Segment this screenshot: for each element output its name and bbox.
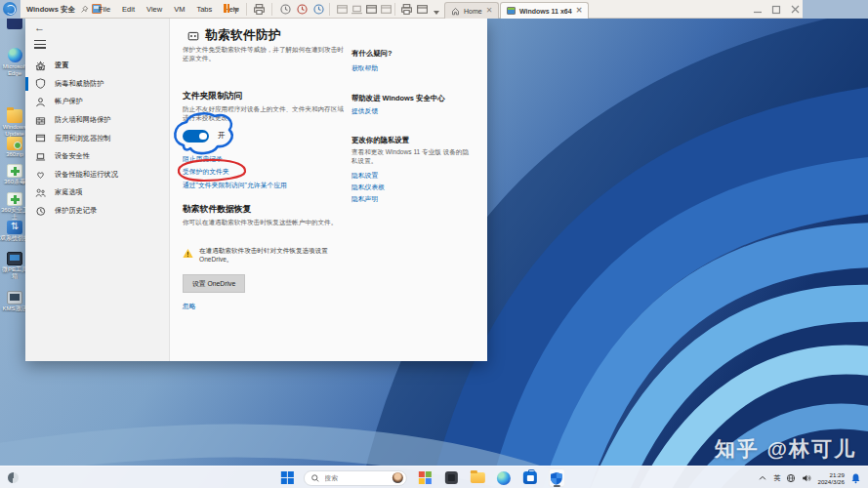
recovery-section-desc: 你可以在遭遇勒索软件攻击时恢复这些帐户中的文件。	[183, 218, 345, 226]
clock-time: 21:29	[817, 471, 845, 478]
dark-app-icon	[444, 471, 457, 484]
taskbar-store[interactable]	[521, 468, 538, 487]
menu-vm[interactable]: VM	[174, 5, 185, 14]
show-thumbnail-bar-icon[interactable]	[351, 3, 363, 16]
tv-icon	[7, 291, 22, 305]
app-icon	[7, 19, 22, 29]
taskbar-windows-security-active[interactable]	[548, 468, 564, 487]
privacy-settings-link[interactable]: 隐私设置	[351, 171, 378, 181]
search-highlight-avatar	[392, 472, 402, 483]
free-stretch-icon[interactable]	[400, 3, 413, 16]
zhihu-watermark: 知乎 @林可儿	[715, 435, 856, 463]
windows-security-shield-icon	[550, 471, 563, 485]
cfa-toggle-row: 开	[183, 130, 226, 142]
unity-view-icon[interactable]	[380, 3, 393, 16]
tab-vm-close-icon[interactable]: ✕	[576, 7, 583, 15]
windows-security-window: ← 主页 病毒和威胁防护 帐户保护 防火墙和网络保护 应用和浏览器控制 设备安全…	[25, 19, 487, 361]
block-history-link[interactable]: 阻止历史记录	[183, 154, 223, 164]
privacy-desc: 查看和更改 Windows 11 专业版 设备的隐私设置。	[351, 147, 471, 165]
system-tray: 英 21:29 2024/3/26	[758, 467, 861, 488]
taskbar: 英 21:29 2024/3/26	[0, 466, 868, 488]
improve-title: 帮助改进 Windows 安全中心	[351, 94, 478, 103]
arrows-icon	[7, 221, 22, 234]
tab-home[interactable]: Home ✕	[444, 2, 499, 19]
vmware-menubar: File Edit View VM Tabs Help	[99, 0, 239, 19]
dismiss-link[interactable]: 忽略	[183, 302, 196, 311]
allow-app-link[interactable]: 通过"文件夹限制访问"允许某个应用	[183, 181, 287, 190]
menu-view[interactable]: View	[146, 5, 162, 14]
menu-tabs[interactable]: Tabs	[196, 5, 212, 14]
tab-windows11-x64[interactable]: Windows 11 x64 ✕	[500, 2, 589, 19]
get-help-link[interactable]: 获取帮助	[351, 63, 378, 73]
tab-home-label: Home	[464, 8, 482, 15]
taskbar-center-icons	[280, 467, 564, 488]
taskbar-dark-app[interactable]	[442, 468, 459, 487]
maximize-button[interactable]	[771, 5, 781, 15]
cfa-section-title: 文件夹限制访问	[183, 91, 243, 102]
green-cross-icon	[7, 164, 22, 178]
back-arrow-icon[interactable]: ←	[34, 21, 45, 33]
show-library-icon[interactable]	[336, 3, 349, 16]
privacy-dashboard-link[interactable]: 隐私仪表板	[351, 183, 385, 192]
vmware-toolbar: Windows 安全 File Edit View VM Tabs Help H…	[0, 0, 868, 19]
zip-icon	[7, 137, 22, 150]
power-dropdown-caret[interactable]	[233, 8, 239, 12]
send-ctrl-alt-del-icon[interactable]	[253, 3, 266, 16]
sidebar-item-settings[interactable]: 设置	[25, 57, 169, 75]
guest-screen: Microsoft Edge Windows Update 360zip 360…	[0, 19, 868, 488]
task-view-icon	[418, 471, 431, 484]
taskbar-corner-widget-icon[interactable]	[8, 472, 19, 483]
onedrive-warning: 在遭遇勒索软件攻击时针对文件恢复选项设置 OneDrive。	[183, 246, 339, 264]
tab-home-close-icon[interactable]: ✕	[486, 7, 493, 15]
fullscreen-icon[interactable]	[416, 3, 429, 16]
snapshot-take-icon[interactable]	[279, 3, 292, 16]
host-desktop-sliver-left	[0, 0, 21, 19]
speaker-icon[interactable]	[802, 473, 811, 483]
host-desktop-sliver-right	[803, 0, 868, 19]
clock[interactable]: 21:29 2024/3/26	[817, 471, 845, 485]
snapshot-manager-icon[interactable]	[312, 3, 325, 16]
onedrive-warning-text: 在遭遇勒索软件攻击时针对文件恢复选项设置 OneDrive。	[199, 246, 339, 264]
page-title: 勒索软件防护	[205, 27, 281, 44]
search-input[interactable]	[322, 473, 383, 482]
monitor-icon	[7, 252, 22, 265]
host-app-icon[interactable]	[3, 2, 17, 16]
privacy-title: 更改你的隐私设置	[351, 136, 409, 145]
close-button[interactable]	[790, 4, 801, 15]
protected-folders-link[interactable]: 受保护的文件夹	[183, 167, 229, 177]
cfa-toggle-on[interactable]	[183, 130, 209, 142]
privacy-statement-link[interactable]: 隐私声明	[351, 194, 378, 204]
give-feedback-link[interactable]: 提供反馈	[351, 106, 378, 116]
start-button[interactable]	[280, 471, 293, 484]
edge-icon	[497, 471, 511, 485]
view-dropdown-caret[interactable]	[434, 11, 439, 15]
gear-icon	[35, 61, 46, 71]
minimize-button[interactable]	[753, 5, 763, 15]
security-sidebar: ← 主页 病毒和威胁防护 帐户保护 防火墙和网络保护 应用和浏览器控制 设备安全…	[25, 19, 170, 361]
search-icon	[310, 474, 318, 482]
clock-date: 2024/3/26	[817, 478, 845, 485]
folder-icon	[7, 109, 22, 123]
taskbar-task-view[interactable]	[416, 468, 433, 487]
tab-vm-label: Windows 11 x64	[519, 8, 572, 15]
setup-onedrive-button[interactable]: 设置 OneDrive	[183, 274, 245, 293]
snapshot-revert-icon[interactable]	[296, 3, 309, 16]
window-controls	[753, 0, 801, 19]
hamburger-menu-icon[interactable]	[34, 40, 46, 49]
ransomware-protection-icon	[187, 30, 199, 42]
home-icon	[451, 7, 460, 16]
console-view-icon[interactable]	[365, 3, 378, 16]
pause-vm-button[interactable]	[224, 4, 239, 13]
cfa-toggle-state-label: 开	[218, 131, 226, 141]
menu-file[interactable]: File	[99, 5, 110, 14]
menu-edit[interactable]: Edit	[122, 5, 135, 14]
pin-icon[interactable]	[80, 5, 89, 14]
page-intro: 保护文件免受勒索软件等威胁，并了解如何在遭到攻击时还原文件。	[183, 45, 345, 62]
notification-bell-icon[interactable]	[850, 472, 861, 484]
taskbar-search[interactable]	[303, 470, 406, 486]
taskbar-file-explorer[interactable]	[469, 468, 485, 487]
network-globe-icon[interactable]	[786, 473, 796, 483]
taskbar-edge[interactable]	[495, 468, 512, 487]
ime-indicator[interactable]: 英	[773, 473, 780, 483]
tray-chevron-up-icon[interactable]	[758, 473, 767, 483]
